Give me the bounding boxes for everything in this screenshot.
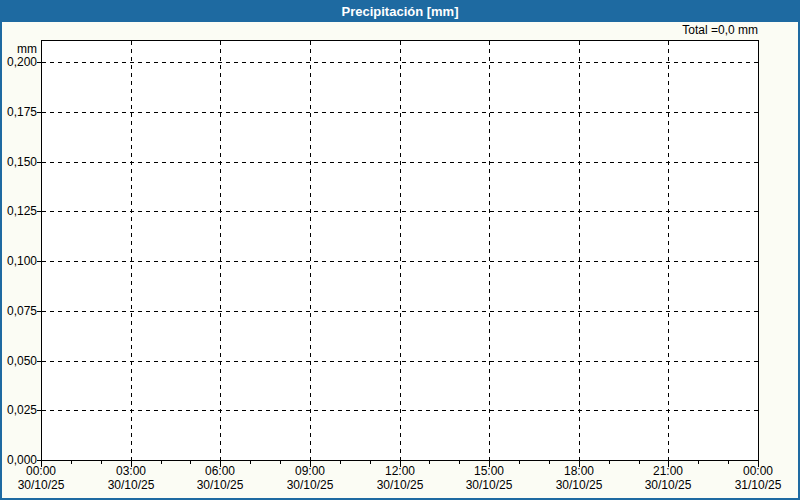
x-tick-label: 15:0030/10/25	[444, 464, 534, 492]
x-tick-label: 21:0030/10/25	[623, 464, 713, 492]
v-gridline	[220, 41, 221, 460]
y-tick-mark	[37, 62, 41, 63]
x-tick-date: 30/10/25	[623, 478, 713, 492]
y-tick-mark	[37, 311, 41, 312]
y-tick-label: 0,025	[2, 403, 37, 417]
x-tick-date: 30/10/25	[175, 478, 265, 492]
chart-title-bar: Precipitación [mm]	[2, 2, 798, 22]
x-tick-label: 06:0030/10/25	[175, 464, 265, 492]
y-tick-mark	[37, 162, 41, 163]
y-axis-unit-label: mm	[2, 42, 37, 56]
x-tick-date: 30/10/25	[355, 478, 445, 492]
y-tick-label: 0,150	[2, 155, 37, 169]
y-tick-label: 0,125	[2, 204, 37, 218]
x-tick-time: 03:00	[86, 464, 176, 478]
y-tick-label: 0,050	[2, 354, 37, 368]
y-tick-label: 0,200	[2, 55, 37, 69]
x-tick-date: 30/10/25	[534, 478, 624, 492]
x-tick-date: 30/10/25	[265, 478, 355, 492]
y-tick-mark	[37, 112, 41, 113]
plot-right-border	[758, 40, 759, 461]
x-tick-time: 21:00	[623, 464, 713, 478]
v-gridline	[131, 41, 132, 460]
x-tick-time: 00:00	[0, 464, 86, 478]
v-gridline	[668, 41, 669, 460]
x-tick-label: 18:0030/10/25	[534, 464, 624, 492]
y-tick-mark	[37, 211, 41, 212]
x-tick-date: 30/10/25	[86, 478, 176, 492]
y-tick-mark	[37, 410, 41, 411]
chart-title: Precipitación [mm]	[341, 4, 458, 19]
y-tick-label: 0,175	[2, 105, 37, 119]
x-tick-date: 31/10/25	[713, 478, 800, 492]
total-precipitation-label: Total =0,0 mm	[558, 23, 758, 37]
x-tick-date: 30/10/25	[444, 478, 534, 492]
x-tick-time: 15:00	[444, 464, 534, 478]
v-gridline	[310, 41, 311, 460]
x-tick-label: 03:0030/10/25	[86, 464, 176, 492]
x-tick-time: 18:00	[534, 464, 624, 478]
x-tick-label: 00:0030/10/25	[0, 464, 86, 492]
v-gridline	[489, 41, 490, 460]
y-axis-line	[41, 40, 42, 461]
y-tick-mark	[37, 261, 41, 262]
x-tick-date: 30/10/25	[0, 478, 86, 492]
x-tick-time: 12:00	[355, 464, 445, 478]
y-tick-label: 0,075	[2, 304, 37, 318]
y-tick-mark	[37, 361, 41, 362]
x-tick-time: 06:00	[175, 464, 265, 478]
x-tick-time: 00:00	[713, 464, 800, 478]
precipitation-chart-window: Precipitación [mm] Total =0,0 mm mm 0,20…	[0, 0, 800, 500]
x-tick-label: 09:0030/10/25	[265, 464, 355, 492]
x-tick-label: 12:0030/10/25	[355, 464, 445, 492]
v-gridline	[579, 41, 580, 460]
x-tick-time: 09:00	[265, 464, 355, 478]
v-gridline	[400, 41, 401, 460]
y-tick-label: 0,100	[2, 254, 37, 268]
x-tick-label: 00:0031/10/25	[713, 464, 800, 492]
